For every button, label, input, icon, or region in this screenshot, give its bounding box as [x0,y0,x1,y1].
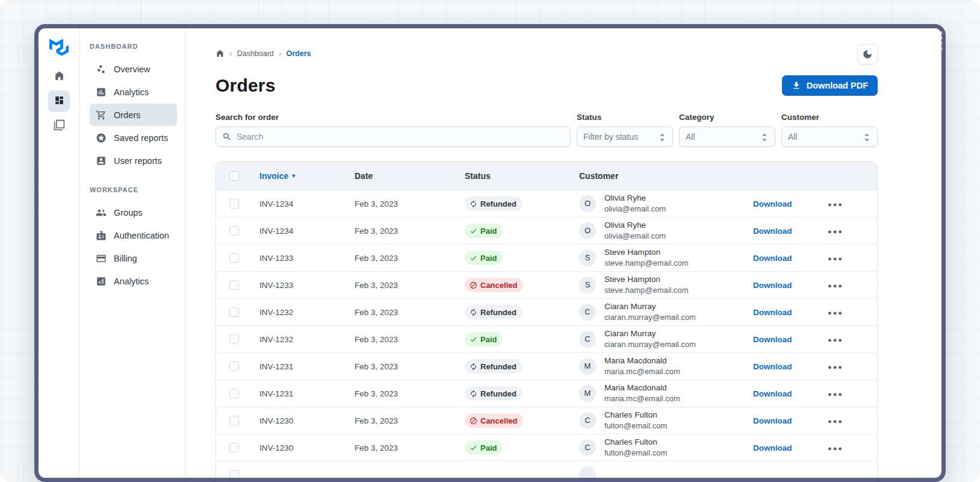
download-link[interactable]: Download [753,389,792,398]
window-scrollbar-dots[interactable] [940,31,943,53]
status-icon [470,336,477,343]
customer-name: Ciaran Murray [604,301,696,312]
row-checkbox[interactable] [229,389,239,398]
row-menu-button[interactable]: ●●● [819,418,843,425]
row-menu-button[interactable]: ●●● [819,228,843,235]
invoice-cell: INV-1233 [259,254,355,263]
search-label: Search for order [216,113,571,122]
customer-cell: C Charles Fulton fulton@email.com [579,437,753,459]
download-pdf-button[interactable]: Download PDF [782,75,878,96]
main-area: › Dashboard › Orders Orders Download PDF [186,28,941,478]
avatar: C [579,304,596,321]
row-checkbox[interactable] [229,307,239,317]
row-checkbox[interactable] [229,334,239,344]
table-row: INV-1230 Feb 3, 2023 Cancelled C Charles… [216,407,877,434]
sidebar-item-overview[interactable]: Overview [90,58,177,80]
table-row: INV-1232 Feb 3, 2023 Refunded C Ciaran M… [216,298,877,325]
status-filter-select[interactable]: Filter by status [577,127,673,147]
row-menu-button[interactable]: ●●● [819,282,843,289]
credit-card-icon [96,253,107,264]
customer-cell: C Ciaran Murray ciaran.murray@email.com [579,301,753,323]
row-checkbox[interactable] [229,253,239,263]
row-checkbox[interactable] [229,226,239,236]
download-link[interactable]: Download [753,199,792,208]
customer-name: Olivia Ryhe [604,193,666,204]
date-cell: Feb 3, 2023 [355,281,465,290]
sidebar-section-title: WORKSPACE [90,186,177,193]
chevron-right-icon: › [279,49,282,58]
download-link[interactable]: Download [753,443,792,452]
select-all-checkbox[interactable] [229,171,239,181]
customer-name: Charles Fulton [604,410,667,421]
home-icon[interactable] [216,49,225,58]
customer-name: Charles Fulton [604,437,667,448]
download-icon [792,81,801,90]
customer-email: steve.hamp@email.com [604,285,689,296]
category-filter-label: Category [679,113,775,122]
rail-layers-button[interactable] [48,115,70,137]
row-menu-button[interactable]: ●●● [819,390,843,398]
customer-name: Ciaran Murray [604,328,696,339]
customer-cell: C Charles Fulton fulton@email.com [579,410,753,431]
status-icon [470,390,477,398]
sidebar-item-orders[interactable]: Orders [90,104,177,126]
sidebar-item-groups[interactable]: Groups [90,201,177,224]
download-link[interactable]: Download [753,254,792,263]
user-card-icon [96,155,107,166]
sidebar-item-saved-reports[interactable]: Saved reports [90,127,177,149]
search-icon [222,132,232,142]
rail-home-button[interactable] [48,66,70,87]
download-link[interactable]: Download [753,227,792,236]
rail-dashboard-button[interactable] [48,90,70,112]
date-cell: Feb 3, 2023 [355,443,465,452]
row-checkbox[interactable] [229,362,239,371]
search-input[interactable] [237,132,564,142]
download-link[interactable]: Download [753,335,792,344]
sidebar-item-user-reports[interactable]: User reports [90,149,177,172]
table-row: INV-1233 Feb 3, 2023 Paid S Steve Hampto… [216,244,877,271]
sidebar-item-label: Overview [114,64,150,74]
mui-logo [49,39,69,56]
status-badge: Refunded [465,359,523,374]
status-icon [470,254,477,262]
invoice-cell: INV-1231 [259,389,355,398]
date-cell: Feb 3, 2023 [355,416,465,425]
download-link[interactable]: Download [753,416,792,425]
category-filter-select[interactable]: All [679,127,775,147]
dark-mode-toggle[interactable] [857,44,878,64]
sidebar-item-billing[interactable]: Billing [90,247,177,269]
page-title: Orders [216,75,276,96]
customer-email: ciaran.murray@email.com [604,339,696,350]
column-header-invoice[interactable]: Invoice ▾ [259,171,355,181]
row-menu-button[interactable]: ●●● [819,363,843,371]
row-menu-button[interactable]: ●●● [819,445,843,452]
download-link[interactable]: Download [753,281,792,290]
sidebar-item-authentication[interactable]: Authentication [90,224,177,246]
row-menu-button[interactable]: ●●● [819,201,843,208]
breadcrumb-dashboard[interactable]: Dashboard [237,49,274,58]
sidebar-section-workspace: Groups Authentication Billing Analytics [90,201,177,292]
row-checkbox[interactable] [229,280,239,290]
row-menu-button[interactable]: ●●● [819,255,843,262]
customer-email: fulton@email.com [604,421,667,431]
sidebar-item-analytics[interactable]: Analytics [90,270,177,292]
row-checkbox[interactable] [229,470,239,480]
download-link[interactable]: Download [753,362,792,371]
download-link[interactable]: Download [753,308,792,317]
sidebar-item-label: Analytics [114,87,149,97]
star-circle-icon [96,133,107,143]
sidebar-item-analytics[interactable]: Analytics [90,81,177,103]
customer-email: maria.mc@email.com [604,366,680,377]
row-menu-button[interactable]: ●●● [819,336,843,343]
customer-filter-select[interactable]: All [781,127,878,147]
customer-cell: O Olivia Ryhe olivia@email.com [579,220,753,242]
row-checkbox[interactable] [229,443,239,452]
avatar: O [579,195,596,212]
status-badge: Refunded [465,196,523,211]
unfold-more-icon [657,133,666,142]
groups-icon [96,207,107,218]
invoice-cell: INV-1232 [259,308,355,317]
row-menu-button[interactable]: ●●● [819,309,843,316]
row-checkbox[interactable] [229,416,239,425]
row-checkbox[interactable] [229,199,239,208]
